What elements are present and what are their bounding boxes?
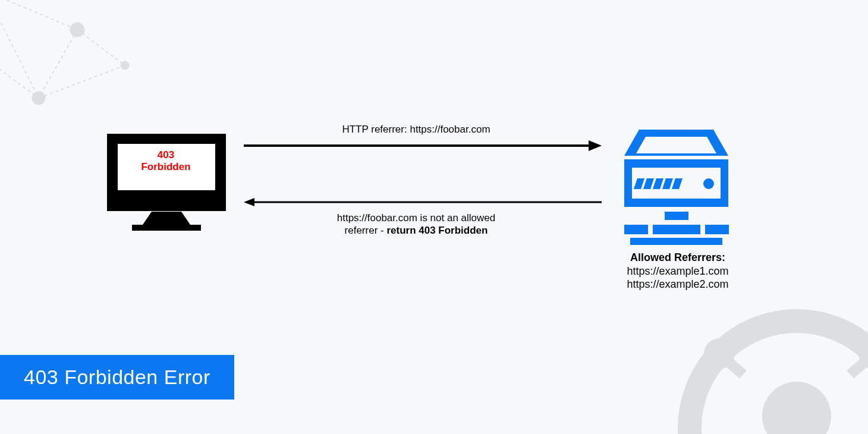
network-watermark-icon [0, 0, 129, 105]
allowed-entry: https://example1.com [627, 265, 728, 277]
keycdn-logo-icon [690, 321, 868, 434]
svg-marker-30 [672, 178, 683, 189]
monitor-error-text: 403 Forbidden [121, 149, 210, 172]
svg-marker-29 [662, 178, 673, 189]
svg-point-31 [703, 178, 714, 189]
svg-rect-34 [653, 225, 700, 234]
svg-line-11 [39, 65, 125, 98]
svg-marker-23 [589, 140, 602, 151]
svg-rect-36 [630, 238, 722, 245]
svg-rect-32 [665, 212, 688, 220]
svg-marker-20 [143, 212, 190, 225]
svg-marker-27 [643, 178, 654, 189]
request-arrow-icon [244, 140, 602, 151]
svg-line-6 [39, 30, 77, 98]
client-monitor-icon [107, 134, 226, 231]
svg-line-8 [0, 65, 39, 98]
request-label: HTTP referrer: https://foobar.com [244, 124, 589, 136]
response-label: https://foobar.com is not an allowed ref… [244, 212, 589, 237]
allowed-heading: Allowed Referrers: [630, 251, 725, 263]
response-arrow-icon [244, 198, 602, 206]
diagram-title: 403 Forbidden Error [0, 355, 234, 400]
svg-rect-35 [705, 225, 729, 234]
error-code: 403 [158, 149, 174, 161]
svg-rect-33 [624, 225, 648, 234]
svg-marker-28 [653, 178, 663, 189]
svg-marker-26 [634, 178, 644, 189]
server-icon [624, 130, 729, 245]
server-allowed-referrers: Allowed Referrers: https://example1.com … [615, 251, 740, 291]
svg-line-7 [77, 30, 125, 65]
error-word: Forbidden [141, 161, 190, 172]
svg-marker-25 [244, 198, 254, 206]
svg-rect-21 [132, 225, 201, 231]
allowed-entry: https://example2.com [627, 278, 728, 290]
svg-line-5 [0, 0, 77, 30]
